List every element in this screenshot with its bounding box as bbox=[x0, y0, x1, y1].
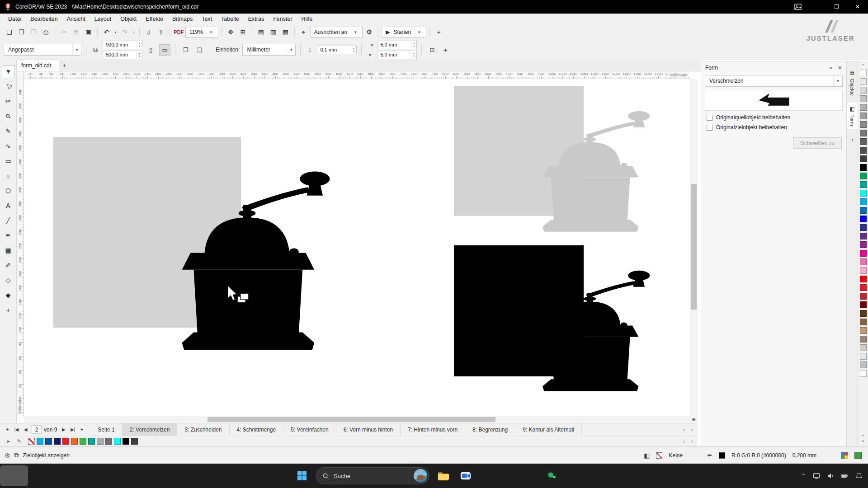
minimize-button[interactable]: – bbox=[806, 0, 826, 14]
color-swatch[interactable] bbox=[860, 353, 867, 360]
page-view-button[interactable]: ▤ bbox=[255, 27, 267, 38]
snap-button[interactable]: ⌖ bbox=[298, 27, 309, 38]
rectangle-tool[interactable]: ▭ bbox=[2, 155, 14, 166]
spinner-arrows[interactable]: ▴▾ bbox=[411, 41, 416, 49]
freehand-tool[interactable]: ✎ bbox=[2, 125, 14, 136]
grinder-silhouette-main[interactable] bbox=[175, 166, 335, 354]
spinner-arrows[interactable]: ▴▾ bbox=[137, 41, 142, 49]
docker-tab-form[interactable]: ◧ Form bbox=[847, 103, 858, 129]
fit-view-button[interactable]: ⊞ bbox=[237, 27, 249, 38]
zoom-level-select[interactable]: 119%▾ bbox=[185, 27, 218, 38]
page-width-input[interactable]: 900,0 mm ▴▾ bbox=[103, 41, 142, 49]
palette-flyout-icon[interactable]: » bbox=[862, 438, 864, 444]
eyedropper-tool[interactable]: ✐ bbox=[2, 259, 14, 271]
open-button[interactable]: ❐ bbox=[16, 27, 27, 38]
color-swatch[interactable] bbox=[860, 319, 867, 325]
add-docker-button[interactable]: + bbox=[850, 136, 854, 143]
doc-color-swatch[interactable] bbox=[71, 438, 78, 445]
all-pages-button[interactable]: ❐ bbox=[180, 44, 191, 56]
zoom-corner-button[interactable]: ⊕ bbox=[690, 416, 698, 423]
horizontal-scrollbar[interactable] bbox=[24, 416, 690, 423]
color-swatch[interactable] bbox=[860, 310, 867, 317]
grid-view-button[interactable]: ▦ bbox=[280, 27, 291, 38]
maximize-button[interactable]: ❐ bbox=[826, 0, 847, 14]
page-tab-3[interactable]: 3: Zuschneiden bbox=[177, 423, 229, 436]
publish-pdf-button[interactable]: PDF bbox=[173, 27, 184, 38]
shaping-mode-select[interactable]: Verschmelzen ▾ bbox=[705, 75, 843, 87]
nudge-input[interactable]: 0,1 mm ▴▾ bbox=[317, 46, 357, 54]
no-color-swatch[interactable] bbox=[28, 438, 35, 445]
color-swatch[interactable] bbox=[860, 104, 867, 111]
units-select[interactable]: Millimeter ▾ bbox=[242, 44, 296, 56]
hidden-icons-chevron-icon[interactable]: ⌃ bbox=[801, 473, 806, 479]
text-tool[interactable]: A bbox=[2, 200, 14, 211]
color-swatch[interactable] bbox=[860, 95, 867, 102]
vertical-ruler[interactable]: Millimeter 44042040038036034032030028026… bbox=[17, 79, 24, 416]
treat-as-filled-button[interactable]: ⊡ bbox=[426, 44, 438, 56]
doc-color-swatch[interactable] bbox=[54, 438, 61, 445]
ellipse-tool[interactable]: ○ bbox=[2, 170, 14, 181]
color-palette-icon[interactable] bbox=[841, 452, 848, 459]
color-swatch[interactable] bbox=[860, 70, 867, 76]
palette-flyout-icon[interactable]: ▸ bbox=[5, 438, 13, 444]
current-page-button[interactable]: ❑ bbox=[194, 44, 205, 56]
polygon-tool[interactable]: ⬠ bbox=[2, 185, 14, 196]
spinner-arrows[interactable]: ▴▾ bbox=[411, 51, 416, 59]
scroll-palette-left-icon[interactable]: ‹ bbox=[683, 438, 685, 445]
document-tab[interactable]: form_old.cdr bbox=[14, 60, 59, 71]
spin-down-icon[interactable]: ▾ bbox=[413, 55, 415, 57]
color-swatch[interactable] bbox=[860, 361, 867, 368]
menu-text[interactable]: Text bbox=[197, 14, 217, 24]
next-page-button[interactable]: ▶ bbox=[59, 425, 68, 435]
docker-close-icon[interactable]: ✕ bbox=[838, 65, 842, 71]
menu-datei[interactable]: Datei bbox=[4, 14, 26, 24]
snap-to-select[interactable]: Ausrichten an▾ bbox=[310, 27, 363, 38]
drawing-canvas[interactable] bbox=[24, 79, 690, 416]
page-tab-2[interactable]: 2: Verschmelzen bbox=[123, 423, 178, 436]
export-button[interactable]: ⇧ bbox=[155, 27, 166, 38]
landscape-button[interactable]: ▭ bbox=[159, 44, 170, 56]
scroll-palette-right-icon[interactable]: › bbox=[691, 438, 693, 445]
page-height-input[interactable]: 500,0 mm ▴▾ bbox=[103, 51, 142, 59]
doc-color-swatch[interactable] bbox=[105, 438, 112, 445]
pan-button[interactable]: ✥ bbox=[225, 27, 236, 38]
color-swatch[interactable] bbox=[860, 138, 867, 145]
palette-scroll-down-icon[interactable]: ⌄ bbox=[861, 432, 865, 437]
page-preset-select[interactable]: Angepasst ▾ bbox=[4, 44, 81, 56]
keep-source-checkbox-row[interactable]: Originalquellobjekt beibehalten bbox=[707, 114, 841, 121]
docker-tab-objekte[interactable]: ⧉ Objekte bbox=[847, 67, 858, 99]
color-swatch[interactable] bbox=[860, 224, 867, 231]
doc-color-swatch[interactable] bbox=[97, 438, 104, 445]
color-swatch[interactable] bbox=[860, 190, 867, 197]
vertical-scrollbar[interactable] bbox=[690, 79, 698, 416]
color-swatch[interactable] bbox=[860, 284, 867, 291]
doc-color-swatch[interactable] bbox=[88, 438, 95, 445]
print-button[interactable]: ⎙ bbox=[40, 27, 52, 38]
color-swatch[interactable] bbox=[860, 121, 867, 128]
menu-effekte[interactable]: Effekte bbox=[141, 14, 168, 24]
weld-to-button[interactable]: Schweißen zu bbox=[793, 137, 842, 149]
add-page-after-button[interactable]: + bbox=[77, 425, 86, 435]
mesh-fill-tool[interactable]: ▦ bbox=[2, 244, 14, 256]
volume-icon[interactable] bbox=[827, 472, 834, 479]
close-button[interactable]: ✕ bbox=[847, 0, 868, 14]
color-swatch[interactable] bbox=[860, 155, 867, 162]
widgets-button[interactable] bbox=[0, 465, 28, 486]
palette-scroll-up-icon[interactable]: ⌃ bbox=[861, 63, 865, 68]
last-page-button[interactable]: ▶| bbox=[68, 425, 77, 435]
color-swatch[interactable] bbox=[860, 173, 867, 179]
menu-objekt[interactable]: Objekt bbox=[116, 14, 141, 24]
notifications-bell-icon[interactable] bbox=[855, 472, 863, 479]
duplicate-x-input[interactable]: 5,0 mm ▴▾ bbox=[377, 41, 417, 49]
palette-edit-icon[interactable]: ✎ bbox=[15, 438, 23, 444]
vertical-scrollbar-thumb[interactable] bbox=[691, 184, 697, 310]
color-swatch[interactable] bbox=[860, 241, 867, 248]
crop-tool[interactable]: ✂ bbox=[2, 95, 14, 107]
menu-fenster[interactable]: Fenster bbox=[269, 14, 297, 24]
current-page-number[interactable]: 2 bbox=[32, 425, 42, 434]
add-page-before-button[interactable]: + bbox=[3, 425, 12, 435]
page-tab-4[interactable]: 4: Schnittmenge bbox=[230, 423, 284, 436]
scroll-tabs-left-icon[interactable]: ‹ bbox=[683, 426, 684, 433]
scroll-tabs-right-icon[interactable]: › bbox=[691, 426, 693, 433]
portrait-button[interactable]: ▯ bbox=[145, 44, 156, 56]
